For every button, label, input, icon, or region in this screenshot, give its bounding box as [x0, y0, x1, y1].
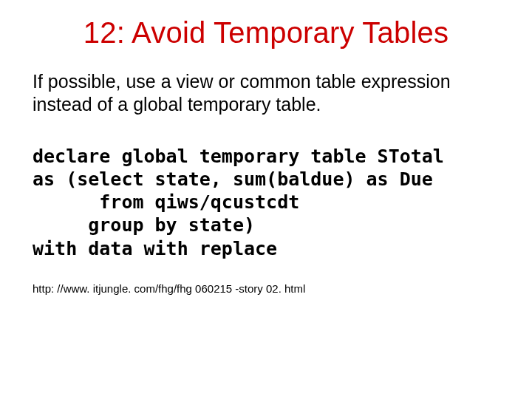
slide: 12: Avoid Temporary Tables If possible, … — [0, 0, 532, 399]
slide-title: 12: Avoid Temporary Tables — [33, 16, 499, 50]
code-block: declare global temporary table STotal as… — [33, 145, 499, 260]
reference-url: http: //www. itjungle. com/fhg/fhg 06021… — [33, 282, 499, 295]
body-paragraph: If possible, use a view or common table … — [33, 70, 499, 117]
